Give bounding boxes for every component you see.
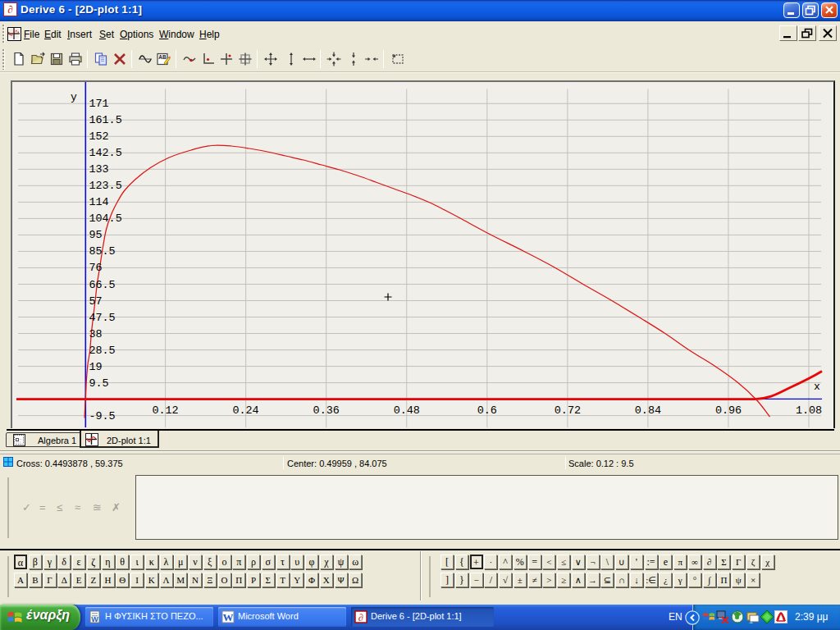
svg-text:76: 76 — [89, 262, 103, 274]
svg-text:W: W — [223, 611, 234, 623]
svg-text:0.48: 0.48 — [394, 404, 420, 417]
svg-text:19: 19 — [89, 361, 103, 373]
svg-text:∂: ∂ — [358, 612, 363, 623]
svg-text:0.72: 0.72 — [555, 404, 581, 417]
svg-text:28.5: 28.5 — [89, 345, 116, 357]
svg-text:47.5: 47.5 — [89, 312, 116, 324]
svg-text:∂: ∂ — [7, 3, 12, 16]
svg-text:104.5: 104.5 — [89, 212, 122, 225]
svg-text:-9.5: -9.5 — [89, 410, 116, 422]
svg-text:171: 171 — [89, 98, 109, 110]
svg-text:W: W — [91, 615, 98, 623]
svg-text:57: 57 — [89, 295, 103, 308]
svg-text:0.84: 0.84 — [635, 404, 661, 417]
svg-text:9.5: 9.5 — [89, 377, 109, 390]
svg-text:95: 95 — [89, 229, 103, 241]
svg-text:0.36: 0.36 — [313, 404, 340, 417]
svg-text:123.5: 123.5 — [89, 180, 122, 192]
svg-text:0.12: 0.12 — [153, 404, 179, 417]
svg-text:152: 152 — [89, 130, 109, 143]
svg-text:AB: AB — [158, 54, 167, 60]
svg-text:0.6: 0.6 — [477, 404, 497, 417]
svg-text:0.96: 0.96 — [715, 404, 742, 417]
svg-text:133: 133 — [89, 163, 109, 176]
svg-text:38: 38 — [89, 328, 103, 340]
svg-text:y: y — [71, 91, 77, 103]
svg-text:161.5: 161.5 — [89, 114, 122, 126]
svg-text:1.08: 1.08 — [796, 404, 822, 417]
svg-text:0.24: 0.24 — [233, 404, 259, 417]
svg-text:66.5: 66.5 — [89, 279, 116, 291]
svg-text:x: x — [814, 381, 820, 393]
svg-text:142.5: 142.5 — [89, 147, 122, 159]
svg-text:85.5: 85.5 — [89, 245, 116, 258]
svg-text:114: 114 — [89, 196, 109, 208]
